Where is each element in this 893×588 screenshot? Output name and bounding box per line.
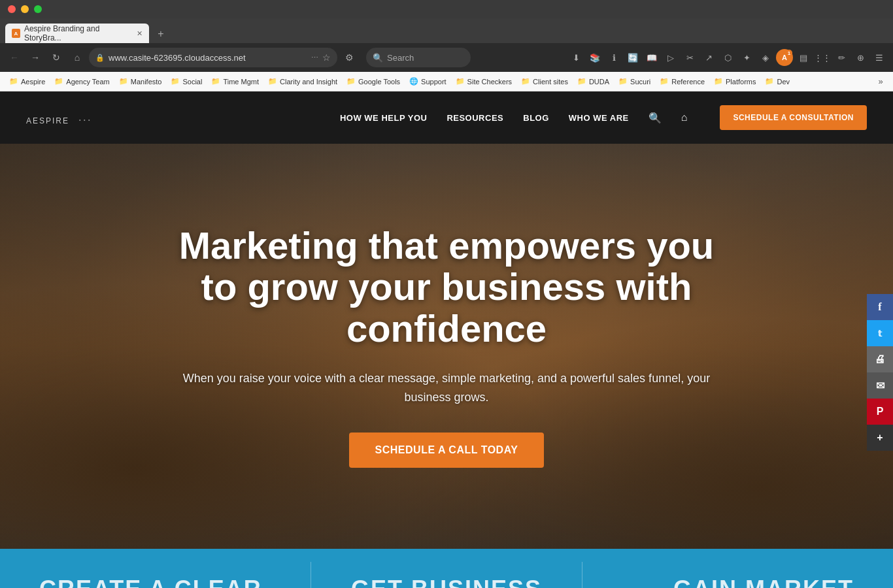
info-icon[interactable]: ℹ xyxy=(605,49,622,66)
bottom-col-3: GAIN MARKET xyxy=(582,578,854,588)
nav-how-we-help[interactable]: HOW WE HELP YOU xyxy=(340,113,427,123)
folder-icon: 📁 xyxy=(660,77,669,86)
email-icon: ✉ xyxy=(876,380,885,392)
bookmark-label: Client sites xyxy=(533,78,568,86)
back-button[interactable]: ← xyxy=(5,48,24,67)
more-share-button[interactable]: + xyxy=(867,425,893,451)
hero-headline: Marketing that empowers you to grow your… xyxy=(165,225,728,350)
new-tab-button[interactable]: + xyxy=(152,25,170,43)
library-icon[interactable]: 📚 xyxy=(586,49,603,66)
browser-tab-active[interactable]: A Aespire Branding and StoryBra... ✕ xyxy=(5,24,149,43)
tab-favicon: A xyxy=(12,29,20,38)
folder-icon: 📁 xyxy=(618,77,628,86)
os-maximize-btn[interactable] xyxy=(34,5,42,13)
bookmark-label: Site Checkers xyxy=(467,78,512,86)
hero-cta-button[interactable]: Schedule a Call Today xyxy=(349,433,545,468)
profile-button[interactable]: A xyxy=(776,49,793,66)
sidebar-icon[interactable]: ▤ xyxy=(795,49,812,66)
home-nav-icon[interactable]: ⌂ xyxy=(681,112,688,123)
folder-icon: 📁 xyxy=(521,77,530,86)
nav-cta-button[interactable]: SCHEDULE A CONSULTATION xyxy=(720,105,867,130)
pocket-icon[interactable]: ▷ xyxy=(662,49,679,66)
hero-content: Marketing that empowers you to grow your… xyxy=(152,225,741,468)
bookmark-google-tools[interactable]: 📁 Google Tools xyxy=(343,76,404,87)
bookmarks-more-button[interactable]: » xyxy=(873,74,888,89)
bottom-col-2: GET BUSINESS xyxy=(311,578,582,588)
bookmark-reference[interactable]: 📁 Reference xyxy=(656,76,709,87)
folder-icon: 📁 xyxy=(211,77,220,86)
address-text: www.casite-623695.cloudaccess.net xyxy=(109,53,246,63)
bookmark-label: Support xyxy=(421,78,446,86)
share-icon[interactable]: ↗ xyxy=(700,49,717,66)
logo-text: AESPIRE xyxy=(26,116,69,125)
nav-blog[interactable]: BLOG xyxy=(523,113,549,123)
twitter-share-button[interactable]: 𝕥 xyxy=(867,320,893,346)
bookmark-agency-team[interactable]: 📁 Agency Team xyxy=(50,76,113,87)
email-share-button[interactable]: ✉ xyxy=(867,372,893,399)
sync-icon[interactable]: 🔄 xyxy=(624,49,641,66)
bookmark-label: Aespire xyxy=(21,78,45,86)
globe-icon: 🌐 xyxy=(409,77,418,86)
zoom-icon[interactable]: ⊕ xyxy=(852,49,869,66)
security-lock-icon: 🔒 xyxy=(95,54,105,62)
bookmark-aespire[interactable]: 📁 Aespire xyxy=(5,76,49,87)
extension-icon[interactable]: ✏ xyxy=(833,49,850,66)
reader-icon[interactable]: 📖 xyxy=(643,49,660,66)
container-icon[interactable]: ⬡ xyxy=(719,49,736,66)
ext1-icon[interactable]: ✦ xyxy=(738,49,755,66)
bookmark-star-icon[interactable]: ☆ xyxy=(322,52,331,63)
folder-icon: 📁 xyxy=(346,77,356,86)
bookmark-site-checkers[interactable]: 📁 Site Checkers xyxy=(452,76,516,87)
address-bar[interactable]: 🔒 www.casite-623695.cloudaccess.net ⋯ ☆ xyxy=(89,48,337,67)
reload-button[interactable]: ↻ xyxy=(47,48,65,67)
folder-icon: 📁 xyxy=(765,77,774,86)
nav-who-we-are[interactable]: WHO WE ARE xyxy=(569,113,629,123)
folder-icon: 📁 xyxy=(268,77,277,86)
site-navigation: AESPIRE ··· HOW WE HELP YOU RESOURCES BL… xyxy=(0,91,893,144)
bookmark-sucuri[interactable]: 📁 Sucuri xyxy=(615,76,654,87)
nav-resources[interactable]: RESOURCES xyxy=(446,113,503,123)
os-close-btn[interactable] xyxy=(8,5,16,13)
site-logo[interactable]: AESPIRE ··· xyxy=(26,107,92,128)
facebook-share-button[interactable]: f xyxy=(867,294,893,320)
tab-close-btn[interactable]: ✕ xyxy=(137,29,143,38)
social-sidebar: f 𝕥 🖨 ✉ P + xyxy=(867,294,893,451)
ext2-icon[interactable]: ◈ xyxy=(757,49,774,66)
customize-icon[interactable]: ⋮⋮ xyxy=(814,49,831,66)
folder-icon: 📁 xyxy=(456,77,465,86)
browser-search-bar[interactable]: 🔍 Search xyxy=(366,48,471,67)
folder-icon: 📁 xyxy=(714,77,723,86)
search-icon[interactable]: 🔍 xyxy=(649,112,662,124)
bookmark-clarity[interactable]: 📁 Clarity and Insight xyxy=(264,76,341,87)
tab-title: Aespire Branding and StoryBra... xyxy=(24,24,130,42)
logo-decoration: ··· xyxy=(78,113,92,126)
address-more-icon: ⋯ xyxy=(311,54,318,62)
print-icon: 🖨 xyxy=(875,353,885,365)
bookmark-label: Social xyxy=(182,78,202,86)
bookmark-label: Manifesto xyxy=(131,78,162,86)
forward-button[interactable]: → xyxy=(26,48,44,67)
search-magnifier-icon: 🔍 xyxy=(373,53,383,63)
bookmark-label: Sucuri xyxy=(630,78,650,86)
bookmark-client-sites[interactable]: 📁 Client sites xyxy=(517,76,572,87)
pinterest-share-button[interactable]: P xyxy=(867,399,893,425)
download-icon[interactable]: ⬇ xyxy=(567,49,584,66)
screenshot-icon[interactable]: ✂ xyxy=(681,49,698,66)
os-minimize-btn[interactable] xyxy=(21,5,29,13)
home-button[interactable]: ⌂ xyxy=(68,48,86,67)
facebook-icon: f xyxy=(878,301,881,313)
bookmark-manifesto[interactable]: 📁 Manifesto xyxy=(115,76,166,87)
bookmark-dev[interactable]: 📁 Dev xyxy=(761,76,794,87)
bookmark-platforms[interactable]: 📁 Platforms xyxy=(710,76,760,87)
print-button[interactable]: 🖨 xyxy=(867,346,893,372)
bookmark-label: Google Tools xyxy=(358,78,400,86)
bookmark-duda[interactable]: 📁 DUDA xyxy=(573,76,613,87)
bookmark-social[interactable]: 📁 Social xyxy=(167,76,206,87)
folder-icon: 📁 xyxy=(119,77,128,86)
tools-button[interactable]: ⚙ xyxy=(340,48,358,67)
hero-section: Marketing that empowers you to grow your… xyxy=(0,144,893,549)
bookmark-time-mgmt[interactable]: 📁 Time Mgmt xyxy=(207,76,263,87)
bookmark-label: Agency Team xyxy=(66,78,109,86)
bookmark-support[interactable]: 🌐 Support xyxy=(405,76,450,87)
menu-icon[interactable]: ☰ xyxy=(871,49,888,66)
